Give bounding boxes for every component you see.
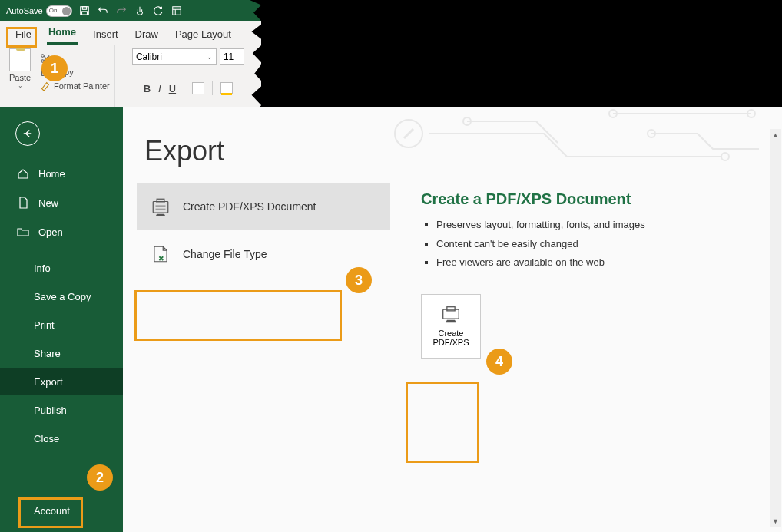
autosave-label: AutoSave (6, 6, 43, 15)
backstage-view: cel to PDF.xlsx - Saved John MacDougall … (0, 107, 782, 532)
font-name-select[interactable]: Calibri⌄ (132, 48, 217, 65)
tab-file[interactable]: File (14, 25, 33, 45)
tab-draw[interactable]: Draw (134, 25, 160, 45)
printer-icon (440, 306, 462, 324)
tab-home[interactable]: Home (47, 23, 78, 45)
paintbrush-icon (40, 81, 51, 91)
pdf-icon (151, 197, 171, 216)
decor-background (383, 107, 782, 169)
svg-rect-1 (82, 7, 86, 10)
arrow-left-icon (21, 127, 35, 140)
undo-icon[interactable] (97, 5, 109, 17)
italic-button[interactable]: I (158, 83, 161, 94)
sidebar-item-info[interactable]: Info (0, 255, 123, 282)
export-option-pdf[interactable]: Create PDF/XPS Document (137, 183, 390, 230)
touch-icon[interactable] (134, 5, 146, 17)
sidebar-item-publish[interactable]: Publish (0, 397, 123, 424)
sidebar-item-print[interactable]: Print (0, 312, 123, 339)
svg-rect-3 (172, 7, 181, 15)
export-detail-panel: Create a PDF/XPS Document Preserves layo… (421, 183, 645, 359)
vertical-scrollbar[interactable]: ▲ ▼ (770, 129, 781, 527)
export-bullet: Preserves layout, formatting, fonts, and… (436, 216, 645, 235)
sidebar-item-share[interactable]: Share (0, 340, 123, 367)
redo-icon[interactable] (115, 5, 128, 17)
bold-button[interactable]: B (144, 83, 151, 94)
home-icon (17, 167, 29, 180)
sidebar-item-account[interactable]: Account (0, 497, 123, 524)
clipboard-icon (9, 48, 31, 71)
scroll-down-icon[interactable]: ▼ (770, 515, 781, 527)
new-icon (17, 197, 29, 209)
svg-point-11 (721, 153, 729, 160)
change-file-type-icon (151, 244, 171, 264)
back-button[interactable] (15, 121, 40, 146)
sidebar-item-home[interactable]: Home (0, 160, 123, 187)
paste-button[interactable]: Paste ⌄ (5, 48, 35, 91)
callout-1: 1 (41, 55, 68, 81)
svg-rect-2 (81, 12, 87, 15)
callout-3: 3 (346, 267, 372, 293)
toggle-pill-icon[interactable]: On (46, 5, 72, 17)
export-bullet: Free viewers are available on the web (436, 253, 645, 273)
sidebar-item-close[interactable]: Close (0, 425, 123, 452)
tab-insert[interactable]: Insert (91, 25, 120, 45)
svg-rect-19 (447, 307, 455, 311)
fill-color-button[interactable] (220, 82, 233, 94)
underline-button[interactable]: U (169, 83, 176, 94)
autosave-toggle[interactable]: AutoSave On (6, 5, 72, 17)
sidebar-item-save-copy[interactable]: Save a Copy (0, 283, 123, 310)
ribbon-tabs: File Home Insert Draw Page Layout (0, 21, 261, 45)
export-detail-title: Create a PDF/XPS Document (421, 190, 645, 208)
backstage-main: Export Create PDF/XPS Document Change Fi… (123, 107, 782, 532)
callout-4: 4 (486, 349, 512, 375)
sidebar-item-open[interactable]: Open (0, 218, 123, 246)
callout-2: 2 (87, 464, 113, 491)
scroll-up-icon[interactable]: ▲ (770, 129, 781, 141)
refresh-icon[interactable] (152, 5, 164, 17)
borders-button[interactable] (192, 82, 204, 94)
create-pdf-button[interactable]: CreatePDF/XPS (421, 294, 481, 359)
save-icon[interactable] (78, 5, 91, 17)
form-icon[interactable] (171, 5, 183, 17)
open-icon (17, 226, 29, 238)
sidebar-item-export[interactable]: Export (0, 368, 123, 395)
font-size-select[interactable]: 11 (220, 48, 244, 65)
svg-rect-17 (157, 199, 164, 203)
tab-page-layout[interactable]: Page Layout (174, 25, 233, 45)
svg-point-6 (41, 55, 45, 58)
quick-access-toolbar: AutoSave On (0, 0, 261, 21)
export-bullet: Content can't be easily changed (436, 235, 645, 254)
sidebar-item-new[interactable]: New (0, 189, 123, 216)
format-painter-button[interactable]: Format Painter (40, 81, 110, 91)
